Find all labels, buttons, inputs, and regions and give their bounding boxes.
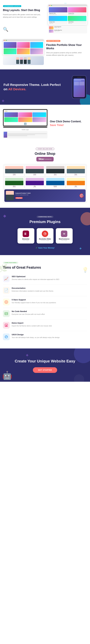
revolution-name: Revolution Slider [39, 238, 52, 240]
elementor-icon [23, 230, 29, 237]
responsive-title-highlight: All Devices. [8, 87, 26, 91]
portfolio-grid [3, 41, 44, 55]
woo-hero-banner: Featured Product T-shirt Premium quality… [4, 190, 86, 202]
feature-title-demo: Demo Import [12, 322, 52, 324]
svg-point-7 [6, 302, 6, 302]
mock-dot-yellow [5, 40, 6, 41]
lc-2 [18, 112, 32, 117]
blog-card-4: Latest News Read more... [68, 16, 86, 24]
feature-text-uiux: UI/UX Design Your site will always look … [12, 334, 60, 339]
woo-icon: W [61, 230, 67, 237]
woo-product-7: Sweater $49.99 [45, 177, 65, 188]
feature-icon-nocode [3, 310, 10, 317]
features-tag: CORE FEATURES [3, 262, 18, 264]
portfolio-desc: Show your gorgeous projects using our po… [46, 52, 87, 56]
plugins-title: Premium Plugins [3, 220, 87, 224]
portfolio-item-5 [17, 48, 30, 54]
woo-product-1: T-Shirt $29.99 [4, 165, 24, 176]
feature-title-nocode: No Code Needed [12, 310, 45, 312]
woo-product-2: Jacket $59.99 [25, 165, 45, 176]
feature-item-docs: 📄 Documentation Extensive information ne… [3, 285, 87, 296]
elementor-type: Free Plugin [19, 240, 33, 241]
woo-title: Online Shop [3, 152, 87, 156]
blog-title: Blog Layouts. Start Own Blog [3, 8, 46, 12]
checkmark-icon: ✓ [36, 246, 37, 249]
svg-rect-3 [26, 234, 26, 235]
mock-dot-green [51, 5, 52, 6]
blog-desc: Powerful post options offer greater cont… [3, 14, 46, 18]
download-icon: ⬇️ [4, 122, 46, 125]
revolution-type: Premium Plugin [39, 240, 52, 241]
blog-mock-screen: Blog Post Title Short description here C… [48, 4, 87, 25]
plugins-grid: Elementor Free Plugin Revolution Slider … [3, 228, 87, 244]
feature-title-docs: Documentation [12, 287, 54, 289]
feature-text-docs: Documentation Extensive information need… [12, 287, 54, 292]
woo-hero-text: Featured Product T-shirt Premium quality… [15, 192, 31, 199]
feature-desc-seo: Zircona caters to clients who require an… [12, 278, 59, 281]
laptop-base [3, 126, 47, 128]
lc-5 [18, 117, 32, 122]
feature-icon-support [3, 298, 10, 306]
woo-plugin-type: Free Plugin [58, 240, 71, 241]
blog-section-left: ASTONISHING LAYOUTS Blog Layouts. Start … [3, 4, 46, 18]
demo-laptop: ⬇️ Mobile Apps [3, 109, 47, 138]
plugins-section: COMPATIBLE WITH Premium Plugins Elemento… [0, 208, 90, 255]
woo-logo-text: Woo [39, 158, 44, 161]
woo-tag: START SELLING NOW [36, 148, 54, 150]
lc-3 [32, 112, 46, 117]
cta-diamond [26, 354, 29, 356]
demo-text: One Click Demo Content. Save Time! [50, 120, 87, 128]
portfolio-text: BEST FOR CASES Flexible Portfolio Show Y… [46, 39, 87, 56]
blog-card-2: Creative Post Short description [68, 7, 86, 16]
feature-icon-docs: 📄 [3, 287, 10, 294]
cta-section: 🤖 Create Your Unique Website Easy GET ST… [0, 348, 90, 382]
phone-notch [77, 77, 81, 78]
portfolio-mock [3, 39, 44, 55]
feature-icon-seo: 📈 [3, 276, 10, 282]
woo-product-6: Bag $24.99 [25, 177, 45, 188]
mobile-preview [3, 131, 47, 138]
diamond-decoration [2, 100, 4, 102]
revolution-icon [42, 230, 48, 237]
feature-item-support: 5 Stars Support Our friendly support tea… [3, 296, 87, 308]
get-started-button[interactable]: GET STARTED [33, 367, 57, 373]
portfolio-title: Flexible Portfolio Show Your Works [46, 43, 87, 50]
mobile-apps-label: Mobile Apps [3, 129, 47, 130]
save-money-label: ✓ Save Your Money! [3, 246, 87, 249]
feature-text-support: 5 Stars Support Our friendly support tea… [12, 298, 56, 304]
blog-card-3: Design Ideas Read more... [49, 16, 67, 24]
feature-title-seo: SEO Optimized [12, 276, 59, 278]
woo-target-icon: 🎯 [79, 193, 84, 198]
phone-mockup [72, 75, 87, 99]
portfolio-item-2 [17, 42, 30, 48]
feature-item-uiux: UI/UX Design Your site will always look … [3, 331, 87, 342]
cta-circle-bottom [74, 374, 84, 382]
woo-product-5: Shoes $79.99 [4, 177, 24, 188]
blog-tag-badge: ASTONISHING LAYOUTS [3, 5, 21, 7]
feature-title-support: 5 Stars Support [12, 298, 56, 301]
plugins-tag: COMPATIBLE WITH [37, 216, 53, 218]
search-icon: 🔍 [3, 27, 8, 32]
feature-icon-uiux [3, 334, 10, 340]
demo-title: One Click Demo Content. Save Time! [50, 120, 87, 127]
plugin-elementor: Elementor Free Plugin [18, 228, 34, 244]
quote-decoration: " [64, 1, 67, 8]
blog-section: ASTONISHING LAYOUTS Blog Layouts. Start … [0, 0, 90, 36]
plugin-woo: W WooCommerce Free Plugin [56, 228, 73, 244]
woo-logo-badge: Woo Commerce [36, 157, 53, 162]
feature-text-nocode: No Code Needed Everyone can use Zircona … [12, 310, 45, 316]
svg-rect-2 [26, 234, 26, 234]
phone-screen [74, 78, 85, 97]
feature-desc-nocode: Everyone can use Zircona with not much e… [12, 313, 45, 316]
blog-card-1: Blog Post Title Short description here [49, 7, 67, 16]
woo-product-4: Pants $34.99 [66, 165, 86, 176]
mock-screen-bar [48, 4, 87, 6]
feature-desc-support: Our friendly support team is there if yo… [12, 302, 56, 304]
portfolio-bar [3, 39, 44, 41]
svg-rect-1 [26, 232, 26, 233]
features-title: Tons of Great Features [3, 266, 87, 270]
feature-icon-demo [3, 322, 10, 328]
cta-title: Create Your Unique Website Easy [4, 359, 86, 364]
feature-item-nocode: No Code Needed Everyone can use Zircona … [3, 308, 87, 320]
feature-text-demo: Demo Import Import the full theme demo c… [12, 322, 52, 327]
